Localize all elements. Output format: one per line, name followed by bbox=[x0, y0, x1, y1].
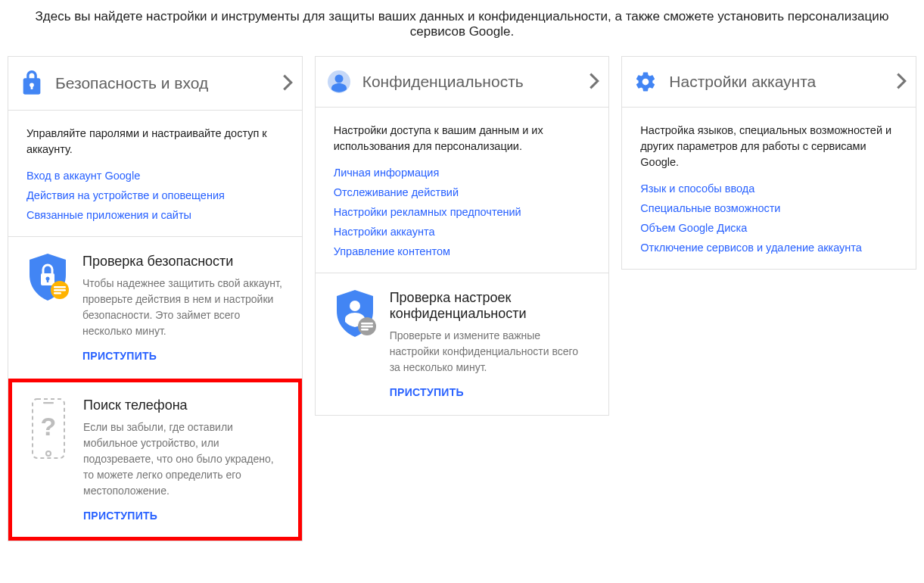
find-phone-card: ? Поиск телефона Если вы забыли, где ост… bbox=[8, 379, 303, 541]
page-intro: Здесь вы найдете настройки и инструменты… bbox=[8, 6, 916, 56]
account-header[interactable]: Настройки аккаунта bbox=[622, 57, 916, 107]
svg-rect-19 bbox=[361, 329, 369, 330]
account-column: Настройки аккаунта Настройка языков, спе… bbox=[621, 56, 916, 270]
security-checkup-desc: Чтобы надежнее защитить свой аккаунт, пр… bbox=[82, 276, 284, 339]
link-device-activity[interactable]: Действия на устройстве и оповещения bbox=[26, 189, 225, 201]
svg-rect-1 bbox=[31, 85, 33, 89]
account-desc: Настройка языков, специальных возможност… bbox=[640, 123, 898, 170]
privacy-link-list: Личная информация Отслеживание действий … bbox=[334, 167, 591, 257]
security-checkup-title: Проверка безопасности bbox=[82, 254, 284, 270]
privacy-checkup-title: Проверка настроек конфиденциальности bbox=[390, 290, 591, 322]
link-personal-info[interactable]: Личная информация bbox=[334, 167, 440, 179]
person-icon bbox=[326, 70, 352, 93]
svg-rect-10 bbox=[43, 402, 54, 404]
chevron-right-icon bbox=[896, 73, 907, 92]
phone-question-icon: ? bbox=[27, 396, 70, 461]
privacy-checkup-action-button[interactable]: ПРИСТУПИТЬ bbox=[390, 386, 464, 398]
find-phone-desc: Если вы забыли, где оставили мобильное у… bbox=[83, 419, 283, 499]
find-phone-title: Поиск телефона bbox=[83, 398, 283, 413]
security-title: Безопасность и вход bbox=[55, 74, 272, 92]
privacy-links-section: Настройки доступа к вашим данным и их ис… bbox=[316, 107, 609, 273]
link-accessibility[interactable]: Специальные возможности bbox=[640, 202, 780, 214]
security-desc: Управляйте паролями и настраивайте досту… bbox=[26, 126, 284, 157]
find-phone-panel: ? Поиск телефона Если вы забыли, где ост… bbox=[8, 379, 302, 541]
chevron-right-icon bbox=[282, 74, 293, 93]
svg-point-11 bbox=[46, 451, 51, 456]
svg-rect-18 bbox=[361, 326, 373, 327]
find-phone-action-button[interactable]: ПРИСТУПИТЬ bbox=[83, 510, 157, 522]
shield-lock-icon bbox=[26, 252, 69, 302]
gear-icon bbox=[633, 70, 658, 93]
link-delete-services[interactable]: Отключение сервисов и удаление аккаунта bbox=[640, 242, 862, 254]
privacy-desc: Настройки доступа к вашим данным и их ис… bbox=[334, 123, 591, 154]
link-google-signin[interactable]: Вход в аккаунт Google bbox=[26, 170, 140, 182]
security-checkup-action-button[interactable]: ПРИСТУПИТЬ bbox=[82, 350, 157, 362]
link-activity-controls[interactable]: Отслеживание действий bbox=[334, 186, 459, 198]
security-column: Безопасность и вход Управляйте паролями … bbox=[8, 56, 303, 541]
svg-point-14 bbox=[334, 75, 343, 83]
privacy-checkup-desc: Проверьте и измените важные настройки ко… bbox=[390, 328, 591, 376]
link-connected-apps[interactable]: Связанные приложения и сайты bbox=[26, 209, 191, 221]
lock-icon bbox=[19, 70, 45, 96]
account-title: Настройки аккаунта bbox=[669, 73, 885, 91]
link-language-input[interactable]: Язык и способы ввода bbox=[640, 182, 754, 195]
link-content-controls[interactable]: Управление контентом bbox=[334, 245, 450, 257]
chevron-right-icon bbox=[589, 73, 599, 92]
svg-rect-17 bbox=[361, 323, 373, 324]
svg-rect-7 bbox=[54, 289, 66, 291]
security-link-list: Вход в аккаунт Google Действия на устрой… bbox=[26, 170, 284, 221]
account-card: Настройки аккаунта Настройка языков, спе… bbox=[621, 56, 916, 270]
shield-person-icon bbox=[334, 288, 376, 338]
security-header[interactable]: Безопасность и вход bbox=[8, 57, 302, 110]
link-account-settings[interactable]: Настройки аккаунта bbox=[334, 226, 435, 238]
columns: Безопасность и вход Управляйте паролями … bbox=[8, 56, 916, 541]
svg-rect-6 bbox=[54, 286, 66, 288]
svg-point-15 bbox=[350, 301, 360, 311]
link-drive-storage[interactable]: Объем Google Диска bbox=[640, 222, 747, 234]
account-links-section: Настройка языков, специальных возможност… bbox=[622, 107, 916, 269]
security-checkup-panel: Проверка безопасности Чтобы надежнее защ… bbox=[8, 236, 302, 379]
privacy-column: Конфиденциальность Настройки доступа к в… bbox=[315, 56, 610, 416]
privacy-checkup-panel: Проверка настроек конфиденциальности Про… bbox=[316, 273, 609, 415]
link-ad-settings[interactable]: Настройки рекламных предпочтений bbox=[334, 206, 521, 218]
privacy-title: Конфиденциальность bbox=[362, 73, 579, 91]
security-card: Безопасность и вход Управляйте паролями … bbox=[8, 56, 303, 379]
security-links-section: Управляйте паролями и настраивайте досту… bbox=[8, 110, 302, 236]
svg-rect-4 bbox=[47, 279, 48, 282]
privacy-card: Конфиденциальность Настройки доступа к в… bbox=[315, 56, 610, 416]
privacy-header[interactable]: Конфиденциальность bbox=[316, 57, 609, 107]
svg-rect-8 bbox=[54, 292, 61, 294]
svg-text:?: ? bbox=[41, 412, 57, 441]
account-link-list: Язык и способы ввода Специальные возможн… bbox=[640, 182, 898, 254]
